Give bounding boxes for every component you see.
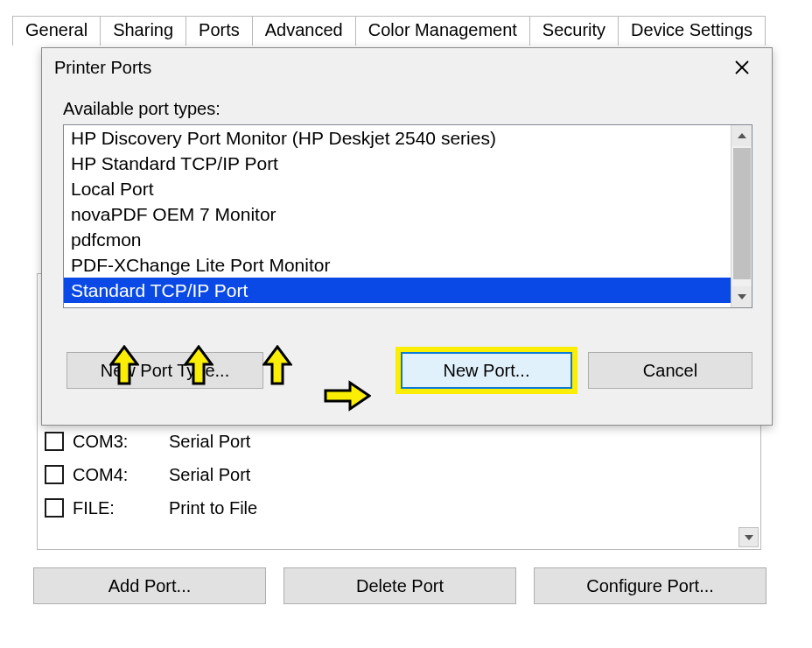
port-desc: Serial Port — [169, 432, 250, 452]
annotation-arrow-up-icon — [184, 345, 214, 387]
tab-color-management[interactable]: Color Management — [355, 16, 530, 46]
new-port-type-button[interactable]: New Port Type... — [66, 352, 263, 389]
port-desc: Print to File — [169, 498, 257, 518]
annotation-arrow-up-icon — [109, 345, 139, 387]
tab-sharing[interactable]: Sharing — [100, 16, 186, 46]
dialog-titlebar: Printer Ports — [42, 48, 772, 87]
available-port-types-label: Available port types: — [63, 99, 751, 119]
port-desc: Serial Port — [169, 465, 250, 485]
listbox-scrollbar[interactable] — [731, 125, 752, 307]
port-row[interactable]: COM3: Serial Port — [38, 425, 760, 458]
port-type-item[interactable]: HP Standard TCP/IP Port — [64, 151, 731, 176]
port-checkbox[interactable] — [45, 498, 64, 518]
tab-ports[interactable]: Ports — [186, 16, 253, 46]
port-type-item[interactable]: PDF-XChange Lite Port Monitor — [64, 252, 731, 278]
port-row[interactable]: FILE: Print to File — [38, 491, 760, 525]
new-port-highlight: New Port... — [396, 347, 578, 394]
close-icon — [734, 60, 750, 75]
add-port-button[interactable]: Add Port... — [33, 567, 266, 604]
port-name: COM3: — [73, 432, 169, 452]
port-checkbox[interactable] — [45, 465, 64, 484]
tab-device-settings[interactable]: Device Settings — [618, 16, 766, 46]
scroll-down-icon[interactable] — [732, 286, 752, 307]
port-type-item[interactable]: HP Discovery Port Monitor (HP Deskjet 25… — [64, 125, 731, 151]
new-port-button[interactable]: New Port... — [404, 356, 569, 385]
annotation-arrow-right-icon — [324, 380, 371, 412]
port-name: COM4: — [73, 465, 169, 485]
port-action-buttons: Add Port... Delete Port Configure Port..… — [33, 567, 766, 604]
port-type-item[interactable]: pdfcmon — [64, 227, 731, 252]
port-name: FILE: — [73, 498, 169, 518]
cancel-button[interactable]: Cancel — [588, 352, 752, 389]
printer-ports-dialog: Printer Ports Available port types: HP D… — [41, 47, 773, 426]
scroll-up-icon[interactable] — [732, 125, 752, 146]
properties-tabs: General Sharing Ports Advanced Color Man… — [12, 16, 765, 46]
dialog-title: Printer Ports — [54, 58, 151, 78]
port-row[interactable]: COM4: Serial Port — [38, 458, 760, 491]
tab-general[interactable]: General — [12, 16, 101, 46]
tab-advanced[interactable]: Advanced — [252, 16, 356, 46]
close-button[interactable] — [718, 52, 766, 83]
annotation-arrow-up-icon — [262, 345, 292, 387]
port-type-item[interactable]: Local Port — [64, 176, 731, 201]
scroll-down-button[interactable] — [738, 527, 759, 547]
port-type-item[interactable]: novaPDF OEM 7 Monitor — [64, 201, 731, 227]
port-checkbox[interactable] — [45, 432, 64, 451]
port-types-listbox[interactable]: HP Discovery Port Monitor (HP Deskjet 25… — [63, 124, 752, 308]
scroll-thumb[interactable] — [733, 148, 751, 279]
tab-security[interactable]: Security — [529, 16, 619, 46]
port-type-item-selected[interactable]: Standard TCP/IP Port — [64, 278, 731, 303]
configure-port-button[interactable]: Configure Port... — [534, 567, 766, 604]
delete-port-button[interactable]: Delete Port — [284, 567, 516, 604]
